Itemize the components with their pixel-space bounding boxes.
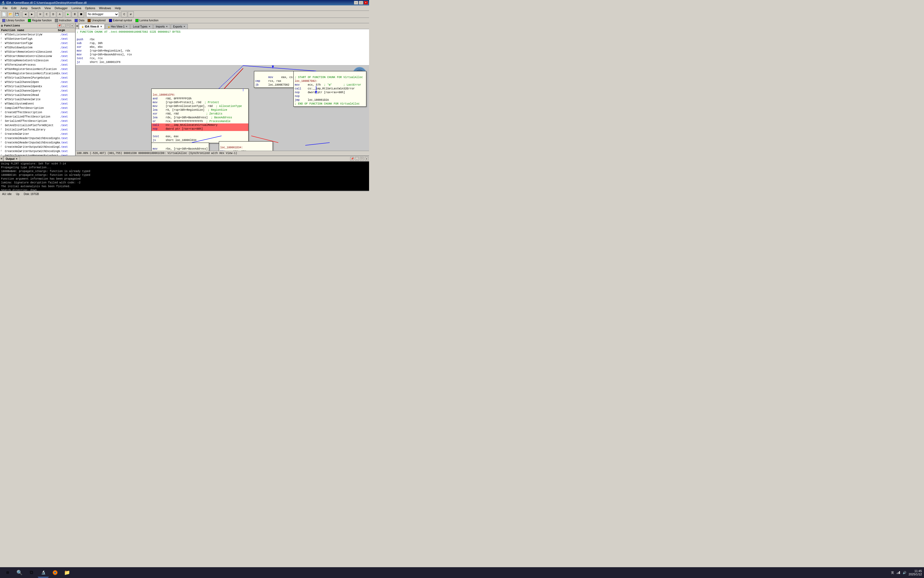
col-function-name: Function name (1, 29, 58, 32)
function-row-17[interactable]: f CompileEffectDescription .text (0, 106, 75, 110)
func-name: WTSStartRemoteControlSessionA (5, 50, 60, 54)
forward-button[interactable]: ▶ (29, 11, 35, 17)
function-row-15[interactable]: f WTSVirtualChannelWrite .text (0, 97, 75, 102)
menu-file[interactable]: File (1, 6, 9, 10)
func-icon: f (0, 111, 5, 114)
save-button[interactable]: 💾 (14, 11, 20, 17)
function-row-23[interactable]: f CreateXmlWriter .text (0, 132, 75, 136)
output-max-button[interactable]: □ (360, 157, 364, 161)
function-row-1[interactable]: f WTSSetUserConfigA .text (0, 37, 75, 41)
code-block-bottom-left: mov rbx, [rsp+38h+BaseAddress] (151, 143, 209, 152)
menu-debugger[interactable]: Debugger (53, 6, 69, 10)
function-row-20[interactable]: f SerializeEffectDescription .text (0, 119, 75, 123)
debugger-select[interactable]: No debugger (86, 11, 119, 17)
func-icon: f (0, 81, 5, 83)
function-row-22[interactable]: f InitializePlatformLibrary .text (0, 127, 75, 132)
function-row-2[interactable]: f WTSSetUserConfigW .text (0, 41, 75, 45)
function-row-26[interactable]: f CreateXmlWriterOutputWithEncodingCo...… (0, 145, 75, 149)
tab-local-types[interactable]: Local Types ✕ (130, 24, 153, 29)
menu-windows[interactable]: Windows (97, 6, 113, 10)
func-seg: .text (60, 50, 75, 54)
menu-search[interactable]: Search (30, 6, 42, 10)
function-row-19[interactable]: f DeserializeEffectDescription .text (0, 115, 75, 119)
func-icon: f (0, 63, 5, 66)
func-name: WTSVirtualChannelQuery (5, 89, 60, 93)
function-row-9[interactable]: f WTSUnRegisterSessionNotificationEx_O .… (0, 71, 75, 76)
tab-exports-close[interactable]: ✕ (184, 25, 185, 28)
function-row-21[interactable]: f GetAndInitializePlatformObject .text (0, 123, 75, 127)
maximize-button[interactable]: □ (359, 1, 363, 5)
minimize-button[interactable]: ─ (354, 1, 358, 5)
function-row-16[interactable]: f WTSWaitSystemEvent .text (0, 102, 75, 106)
function-row-8[interactable]: f WTSUnRegisterSessionNotification .text (0, 67, 75, 71)
function-row-11[interactable]: f WTSVirtualChannelOpen .text (0, 80, 75, 84)
menu-jump[interactable]: Jump (19, 6, 29, 10)
func-icon: f (0, 94, 5, 96)
menu-view[interactable]: View (43, 6, 52, 10)
tab-imports[interactable]: Imports ✕ (153, 24, 170, 29)
function-row-13[interactable]: f WTSVirtualChannelQuery .text (0, 89, 75, 93)
menu-help[interactable]: Help (113, 6, 123, 10)
function-row-4[interactable]: f WTSStartRemoteControlSessionA .text (0, 50, 75, 54)
function-row-14[interactable]: f WTSVirtualChannelRead .text (0, 93, 75, 97)
tab-ida-view-a[interactable]: 🔒 IDA View-A ✕ (79, 24, 105, 29)
output-pin-button[interactable]: 📌 (350, 157, 354, 161)
function-row-6[interactable]: f WTSStopRemoteControlSession .text (0, 58, 75, 63)
legend-instruction-label: Instruction (59, 19, 71, 22)
function-row-24[interactable]: f CreateXmlReaderInputWithEncodingCod...… (0, 136, 75, 140)
functions-min-button[interactable]: _ (62, 24, 65, 28)
func-name: WTSStartRemoteControlSessionW (5, 55, 60, 58)
open-button[interactable]: 📂 (8, 11, 13, 17)
run-button[interactable]: ▶ (65, 11, 71, 17)
output-tab-close[interactable]: ✕ (16, 158, 18, 160)
func-name: CompileEffectDescription (5, 107, 60, 110)
c-button[interactable]: C (121, 11, 127, 17)
tab-ida-view-a-lock: 🔒 (81, 25, 84, 28)
tab-exports[interactable]: Exports ✕ (171, 24, 188, 29)
menu-edit[interactable]: Edit (10, 6, 18, 10)
func-seg: .text (60, 42, 75, 45)
functions-pin-button[interactable]: 📌 (57, 24, 61, 28)
function-row-0[interactable]: f WTSSetListenerSecurityW .text (0, 32, 75, 37)
menu-lumina[interactable]: Lumina (70, 6, 83, 10)
output-content[interactable]: Using FLIRT signature: Seh for vc64 7-14… (0, 162, 369, 191)
function-row-3[interactable]: f WTSShutdownSystem .text (0, 45, 75, 50)
close-button[interactable]: ✕ (364, 1, 368, 5)
code-button[interactable]: C (44, 11, 50, 17)
func-name: WTSUnRegisterSessionNotification (5, 68, 60, 71)
tab-local-close[interactable]: ✕ (149, 25, 151, 28)
function-row-27[interactable]: f CreateXmlWriterOutputWithEncodingNa...… (0, 149, 75, 153)
function-row-7[interactable]: f WTSTerminateProcess .text (0, 63, 75, 67)
function-row-10[interactable]: f WTSVirtualChannelPurgeOutput .text (0, 76, 75, 80)
tab-ida-view-a-close[interactable]: ✕ (100, 25, 102, 28)
function-row-5[interactable]: f WTSStartRemoteControlSessionW .text (0, 54, 75, 58)
func-icon: f (0, 154, 5, 156)
tab-hex-view-1[interactable]: 🔒 Hex View-1 ✕ (105, 24, 130, 29)
functions-max-button[interactable]: □ (66, 24, 70, 28)
func-icon: f (0, 150, 5, 153)
stop-button[interactable]: ⏹ (78, 11, 84, 17)
func-seg: .text (60, 94, 75, 97)
output-close-button[interactable]: ✕ (365, 157, 369, 161)
function-row-28[interactable]: f GetDtcTransactionManagerEx(ushort *,u.… (0, 153, 75, 156)
tab-imports-close[interactable]: ✕ (166, 25, 168, 28)
title-bar: 🔬 IDA - KernelBase.dll C:\Users\august\D… (0, 0, 369, 5)
menu-options[interactable]: Options (83, 6, 97, 10)
functions-close-button[interactable]: ✕ (70, 24, 74, 28)
pause-button[interactable]: ⏸ (71, 11, 78, 17)
output-min-button[interactable]: _ (355, 157, 359, 161)
output-tab[interactable]: Output ✕ (3, 156, 20, 161)
function-row-18[interactable]: f CreateEffectDescription .text (0, 110, 75, 115)
tab-hex-close[interactable]: ✕ (126, 25, 128, 28)
sync-button[interactable]: ⇄ (128, 11, 134, 17)
hex-button[interactable]: H (37, 11, 43, 17)
back-button[interactable]: ◀ (23, 11, 28, 17)
function-row-12[interactable]: f WTSVirtualChannelOpenEx .text (0, 84, 75, 89)
new-button[interactable]: 📄 (1, 11, 7, 17)
output-line: Using FLIRT signature: Seh for vc64 7-14 (1, 162, 368, 166)
status-up: Up (16, 193, 19, 196)
ascii-button[interactable]: A (57, 11, 63, 17)
function-row-25[interactable]: f CreateXmlReaderInputWithEncodingName..… (0, 140, 75, 145)
data-button[interactable]: D (50, 11, 56, 17)
title-bar-buttons[interactable]: ─ □ ✕ (354, 1, 368, 5)
